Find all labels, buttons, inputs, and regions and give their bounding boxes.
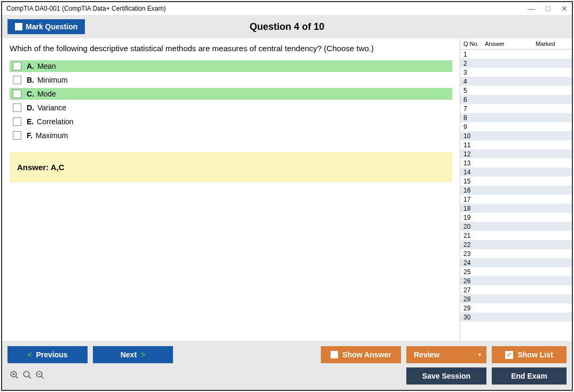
qno-cell: 9 [463, 123, 485, 131]
zoom-out-icon[interactable] [35, 370, 45, 382]
option-text: B. Minimum [27, 76, 68, 84]
question-list-row[interactable]: 20 [460, 222, 572, 231]
question-list-row[interactable]: 17 [460, 195, 572, 204]
checkbox-icon [15, 23, 22, 30]
question-list-row[interactable]: 5 [460, 86, 572, 95]
option-row[interactable]: F. Maximum [10, 130, 452, 141]
options-list: A. MeanB. MinimumC. ModeD. VarianceE. Co… [10, 60, 452, 141]
question-list-row[interactable]: 7 [460, 104, 572, 113]
next-label: Next [121, 350, 137, 359]
qno-cell: 8 [463, 114, 485, 122]
question-list-header: Q No. Answer Marked [460, 38, 572, 50]
question-list-row[interactable]: 6 [460, 95, 572, 104]
option-row[interactable]: E. Correlation [10, 116, 452, 127]
col-answer: Answer [485, 41, 522, 47]
option-row[interactable]: B. Minimum [10, 74, 452, 86]
previous-button[interactable]: < Previous [7, 346, 88, 363]
question-counter: Question 4 of 10 [249, 21, 324, 33]
show-answer-button[interactable]: Show Answer [321, 346, 401, 363]
qno-cell: 30 [463, 314, 485, 321]
review-button[interactable]: Review ▾ [406, 346, 486, 363]
question-list-row[interactable]: 1 [460, 50, 572, 59]
answer-box: Answer: A,C [10, 152, 452, 182]
maximize-icon[interactable]: □ [546, 4, 551, 13]
qno-cell: 15 [463, 178, 485, 185]
minimize-icon[interactable]: — [528, 4, 536, 13]
zoom-reset-icon[interactable] [22, 370, 32, 382]
close-icon[interactable]: ✕ [561, 4, 568, 13]
question-list-row[interactable]: 2 [460, 59, 572, 68]
zoom-in-icon[interactable] [10, 370, 19, 382]
qno-cell: 10 [463, 132, 485, 140]
question-list-row[interactable]: 14 [460, 167, 572, 177]
qno-cell: 26 [463, 277, 485, 285]
svg-line-7 [41, 376, 44, 379]
question-list-row[interactable]: 16 [460, 186, 572, 195]
qno-cell: 11 [463, 141, 485, 149]
option-text: E. Correlation [27, 117, 74, 126]
next-button[interactable]: Next > [93, 346, 173, 363]
titlebar: CompTIA DA0-001 (CompTIA Data+ Certifica… [2, 2, 572, 15]
option-row[interactable]: A. Mean [10, 60, 452, 72]
save-session-button[interactable]: Save Session [406, 367, 486, 385]
question-list-row[interactable]: 22 [460, 240, 572, 249]
question-list-row[interactable]: 27 [460, 285, 572, 294]
option-text: A. Mean [27, 62, 56, 70]
question-list-row[interactable]: 3 [460, 68, 572, 77]
question-list-row[interactable]: 29 [460, 303, 572, 313]
checkbox-icon[interactable] [13, 90, 21, 98]
question-list-row[interactable]: 21 [460, 231, 572, 240]
question-list-row[interactable]: 13 [460, 158, 572, 167]
question-list-row[interactable]: 10 [460, 131, 572, 140]
checkmark-icon: ✓ [505, 351, 513, 359]
question-list-row[interactable]: 4 [460, 77, 572, 86]
qno-cell: 23 [463, 250, 485, 258]
checkbox-icon[interactable] [13, 103, 21, 112]
question-list-row[interactable]: 28 [460, 294, 572, 303]
question-list-row[interactable]: 8 [460, 113, 572, 122]
checkbox-icon[interactable] [13, 76, 21, 84]
checkbox-icon[interactable] [13, 117, 21, 126]
question-list-row[interactable]: 11 [460, 140, 572, 149]
question-list-row[interactable]: 23 [460, 249, 572, 258]
question-list-row[interactable]: 25 [460, 267, 572, 276]
svg-line-1 [15, 376, 18, 379]
mark-question-button[interactable]: Mark Question [7, 19, 85, 34]
svg-line-5 [28, 376, 31, 379]
question-list-row[interactable]: 12 [460, 149, 572, 158]
checkbox-icon[interactable] [13, 62, 21, 70]
qno-cell: 18 [463, 205, 485, 212]
col-qno: Q No. [463, 41, 485, 47]
question-list[interactable]: 1234567891011121314151617181920212223242… [460, 50, 572, 341]
question-list-row[interactable]: 26 [460, 276, 572, 285]
mark-question-label: Mark Question [26, 22, 77, 31]
window-controls: — □ ✕ [528, 4, 568, 13]
question-list-row[interactable]: 9 [460, 122, 572, 131]
end-exam-label: End Exam [511, 372, 547, 380]
review-label: Review [414, 350, 439, 359]
checkbox-icon[interactable] [13, 131, 21, 140]
question-list-row[interactable]: 15 [460, 177, 572, 186]
footer-row-1: < Previous Next > Show Answer Review ▾ ✓… [7, 346, 567, 363]
option-row[interactable]: C. Mode [10, 88, 452, 100]
option-text: C. Mode [27, 90, 56, 98]
svg-point-4 [23, 371, 29, 377]
qno-cell: 14 [463, 169, 485, 176]
footer-row-2: Save Session End Exam [7, 367, 567, 385]
question-list-row[interactable]: 30 [460, 313, 572, 322]
question-list-row[interactable]: 19 [460, 213, 572, 222]
qno-cell: 21 [463, 232, 485, 239]
show-list-button[interactable]: ✓ Show List [492, 346, 567, 363]
option-row[interactable]: D. Variance [10, 102, 452, 114]
save-session-label: Save Session [422, 372, 470, 380]
main-area: Which of the following descriptive stati… [2, 38, 572, 341]
qno-cell: 22 [463, 241, 485, 249]
show-answer-label: Show Answer [342, 350, 391, 359]
question-list-row[interactable]: 24 [460, 258, 572, 267]
question-pane: Which of the following descriptive stati… [2, 38, 460, 341]
qno-cell: 3 [463, 69, 485, 76]
qno-cell: 4 [463, 78, 485, 85]
end-exam-button[interactable]: End Exam [492, 367, 567, 385]
qno-cell: 13 [463, 159, 485, 167]
question-list-row[interactable]: 18 [460, 204, 572, 213]
